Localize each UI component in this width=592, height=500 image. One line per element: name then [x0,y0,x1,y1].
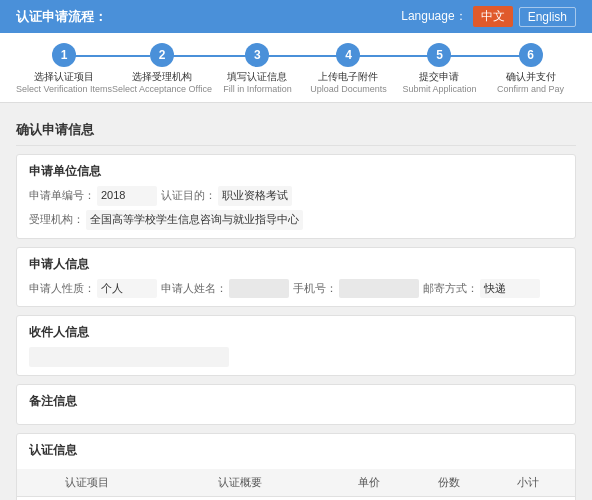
phone-label: 手机号： [293,279,337,299]
step-labels-4: 上传电子附件 Upload Documents [310,70,387,94]
step-labels-5: 提交申请 Submit Application [402,70,476,94]
confirm-section-title: 确认申请信息 [16,113,576,146]
step-item-6: 6 确认并支付 Confirm and Pay [485,43,576,94]
recipient-section: 收件人信息 [16,315,576,376]
step-zh-6: 确认并支付 [497,70,564,84]
step-en-5: Submit Application [402,84,476,94]
recipient-content [29,347,229,367]
order-label: 申请单编号： [29,186,95,206]
name-label: 申请人姓名： [161,279,227,299]
step-labels-6: 确认并支付 Confirm and Pay [497,70,564,94]
cert-col-header-3: 份数 [416,469,481,497]
type-value: 个人 [97,279,157,299]
recipient-title: 收件人信息 [29,324,563,341]
office-label: 受理机构： [29,210,84,230]
step-item-3: 3 填写认证信息 Fill in Information [212,43,303,94]
order-value: 2018 [97,186,157,206]
step-en-3: Fill in Information [223,84,292,94]
phone-value [339,279,419,299]
mail-value: 快递 [480,279,540,299]
cert-target-item: 认证目的： 职业资格考试 [161,186,292,206]
step-labels-3: 填写认证信息 Fill in Information [223,70,292,94]
step-en-1: Select Verification Items [16,84,112,94]
language-selector: Language： 中文 English [401,6,576,27]
applicant-person-row: 申请人性质： 个人 申请人姓名： 手机号： 邮寄方式： 快递 [29,279,563,299]
step-en-6: Confirm and Pay [497,84,564,94]
phone-item: 手机号： [293,279,419,299]
applicant-org-title: 申请单位信息 [29,163,563,180]
cert-col-header-4: 小计 [481,469,575,497]
top-bar: 认证申请流程： Language： 中文 English [0,0,592,33]
steps-container: 1 选择认证项目 Select Verification Items 2 选择受… [0,33,592,103]
cert-target-label: 认证目的： [161,186,216,206]
step-circle-5: 5 [427,43,451,67]
step-en-4: Upload Documents [310,84,387,94]
cert-col-header-1: 认证概要 [158,469,323,497]
cert-col-header-0: 认证项目 [17,469,158,497]
lang-zh-button[interactable]: 中文 [473,6,513,27]
step-labels-1: 选择认证项目 Select Verification Items [16,70,112,94]
cert-info-title: 认证信息 [17,434,575,463]
applicant-person-section: 申请人信息 申请人性质： 个人 申请人姓名： 手机号： 邮寄方式： 快递 [16,247,576,308]
order-item: 申请单编号： 2018 [29,186,157,206]
cert-section: 认证信息 认证项目认证概要单价份数小计 高等学历认证95.00元195.00元 … [16,433,576,500]
main-content: 确认申请信息 申请单位信息 申请单编号： 2018 认证目的： 职业资格考试 受… [0,103,592,500]
applicant-org-section: 申请单位信息 申请单编号： 2018 认证目的： 职业资格考试 受理机构： 全国… [16,154,576,239]
page-title: 认证申请流程： [16,8,107,26]
step-circle-1: 1 [52,43,76,67]
type-item: 申请人性质： 个人 [29,279,157,299]
name-item: 申请人姓名： [161,279,289,299]
step-circle-3: 3 [245,43,269,67]
remark-section: 备注信息 [16,384,576,425]
step-circle-2: 2 [150,43,174,67]
step-item-4: 4 上传电子附件 Upload Documents [303,43,394,94]
cert-table: 认证项目认证概要单价份数小计 高等学历认证95.00元195.00元 [17,469,575,500]
step-labels-2: 选择受理机构 Select Acceptance Office [112,70,212,94]
step-circle-6: 6 [519,43,543,67]
step-circle-4: 4 [336,43,360,67]
cert-col-header-2: 单价 [323,469,417,497]
step-item-1: 1 选择认证项目 Select Verification Items [16,43,112,94]
type-label: 申请人性质： [29,279,95,299]
step-zh-4: 上传电子附件 [310,70,387,84]
step-en-2: Select Acceptance Office [112,84,212,94]
step-zh-1: 选择认证项目 [16,70,112,84]
applicant-org-row: 申请单编号： 2018 认证目的： 职业资格考试 受理机构： 全国高等学校学生信… [29,186,563,230]
step-item-2: 2 选择受理机构 Select Acceptance Office [112,43,212,94]
step-item-5: 5 提交申请 Submit Application [394,43,485,94]
steps-row: 1 选择认证项目 Select Verification Items 2 选择受… [16,43,576,94]
mail-label: 邮寄方式： [423,279,478,299]
step-zh-2: 选择受理机构 [112,70,212,84]
office-value: 全国高等学校学生信息咨询与就业指导中心 [86,210,303,230]
cert-target-value: 职业资格考试 [218,186,292,206]
remark-title: 备注信息 [29,393,563,410]
step-zh-5: 提交申请 [402,70,476,84]
mail-item: 邮寄方式： 快递 [423,279,540,299]
language-label: Language： [401,8,466,25]
step-zh-3: 填写认证信息 [223,70,292,84]
name-value [229,279,289,299]
lang-en-button[interactable]: English [519,7,576,27]
cert-table-header: 认证项目认证概要单价份数小计 [17,469,575,497]
applicant-person-title: 申请人信息 [29,256,563,273]
office-item: 受理机构： 全国高等学校学生信息咨询与就业指导中心 [29,210,303,230]
